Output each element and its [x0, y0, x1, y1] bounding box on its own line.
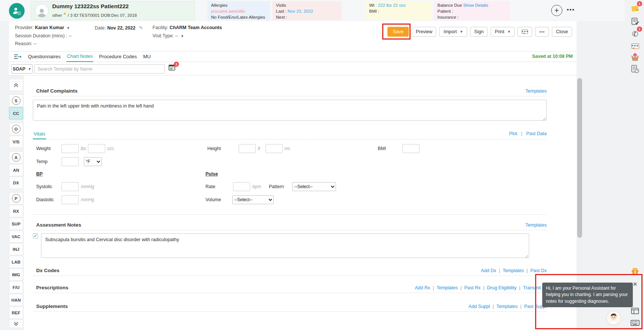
print-button[interactable]: Print ▼ [491, 27, 515, 37]
save-button[interactable]: Save [387, 27, 409, 37]
rail-item-vac[interactable]: VAC [9, 230, 23, 243]
weight-ozs-input[interactable] [88, 144, 105, 153]
provider-name[interactable]: Karan Kumar [35, 25, 65, 30]
rail-item-cc[interactable]: CC [9, 107, 23, 119]
drug-eligibility-link[interactable]: Drug Eligibility [487, 285, 516, 290]
allergies-panel[interactable]: Allergies procaine penicillin No Food/En… [207, 1, 270, 20]
comments-button[interactable]: ●●● [518, 27, 532, 37]
import-button[interactable]: Import ▼ [439, 27, 467, 37]
suppl-templates-link[interactable]: Templates [496, 304, 518, 309]
rail-item-rx[interactable]: RX [9, 205, 23, 217]
plot-link[interactable]: Plot [509, 131, 517, 136]
pulse-rate-input[interactable] [233, 182, 250, 191]
rail-collapse-top[interactable] [9, 79, 23, 91]
resize-handle[interactable] [525, 255, 528, 258]
template-suggestion-button[interactable]: 1 [169, 65, 176, 72]
rx-templates-link[interactable]: Templates [437, 285, 458, 290]
diastolic-input[interactable] [62, 195, 79, 204]
show-details-link[interactable]: Show Details [463, 3, 488, 7]
toc-menu-icon[interactable] [14, 54, 22, 60]
assessment-templates-link[interactable]: Templates [525, 222, 547, 228]
sticky-notes-button[interactable]: 1 [629, 3, 641, 14]
pattern-select[interactable]: --Select-- [292, 182, 336, 191]
rail-item-an[interactable]: AN [9, 164, 23, 176]
visits-panel[interactable]: Visits Last : Nov 22, 2022 Next : [272, 1, 342, 20]
rail-item-s[interactable]: S [9, 94, 23, 107]
rewards-button[interactable] [629, 266, 641, 277]
chevron-down-icon[interactable]: ▼ [67, 26, 70, 30]
rail-item-lab[interactable]: LAB [9, 256, 23, 268]
more-actions-button[interactable]: ••• [535, 27, 549, 37]
tab-procedure-codes[interactable]: Procedure Codes [99, 52, 137, 62]
header-more-icon[interactable]: ••• [567, 6, 575, 13]
calls-button[interactable]: ✆ 1 [629, 28, 641, 40]
keyboard-button[interactable] [629, 317, 641, 329]
rail-item-sup[interactable]: SUP [9, 218, 23, 230]
allergies-title: Allergies [211, 3, 266, 9]
scrollbar-thumb[interactable] [577, 78, 582, 238]
add-rx-link[interactable]: Add Rx [415, 285, 430, 290]
rail-item-img[interactable]: IMG [9, 268, 23, 281]
rail-item-p[interactable]: P [9, 192, 23, 205]
rail-item-fu[interactable]: F/U [9, 281, 23, 293]
visit-type-row[interactable]: Visit Type: -- ▼ [153, 33, 184, 38]
close-button[interactable]: Close [552, 27, 572, 37]
rail-item-vs[interactable]: V/S [9, 136, 23, 148]
chief-complaints-textarea[interactable]: Pain in the left upper limb with numbnes… [33, 100, 547, 121]
balance-panel[interactable]: Balance Due Show Details Patient : Insur… [434, 1, 510, 20]
resize-handle[interactable] [543, 118, 546, 121]
patient-avatar [35, 4, 48, 18]
transmit-link[interactable]: Transmit [523, 285, 541, 290]
search-template-input[interactable] [34, 64, 165, 74]
preview-button[interactable]: Preview [412, 27, 436, 37]
rail-item-dx[interactable]: DX [9, 177, 23, 189]
temp-unit-select[interactable]: °F [84, 157, 102, 166]
last-visit-date[interactable]: Nov 22, 2022 [288, 9, 313, 13]
assessment-title: Assessment Notes [36, 222, 81, 228]
add-dx-link[interactable]: Add Dx [481, 268, 496, 273]
past-data-link[interactable]: Past Data [526, 131, 547, 136]
height-ins-input[interactable] [266, 144, 283, 153]
tab-chart-notes[interactable]: Chart Notes [66, 52, 93, 62]
soap-dropdown[interactable]: SOAP ▼ [11, 64, 33, 74]
assessment-checkbox[interactable]: ✓ [33, 233, 38, 239]
tab-mu[interactable]: MU [143, 52, 151, 62]
height-ft-input[interactable] [239, 144, 256, 153]
tasks-button[interactable] [629, 16, 641, 27]
rail-collapse-bottom[interactable] [9, 319, 23, 328]
messages-button[interactable]: ●●● [629, 40, 641, 52]
chief-templates-link[interactable]: Templates [525, 88, 547, 94]
assessment-textarea[interactable]: Subscapula bursitis and Cervical disc di… [41, 233, 529, 258]
add-circle-button[interactable]: + [551, 5, 562, 16]
rail-item-han[interactable]: HAN [9, 294, 23, 306]
rail-item-inj[interactable]: INJ [9, 243, 23, 255]
rail-item-ref[interactable]: REF [9, 306, 23, 319]
add-suppl-link[interactable]: Add Suppl [468, 304, 490, 309]
records-history-button[interactable] [629, 63, 641, 75]
chevron-down-icon[interactable]: ▼ [181, 34, 184, 38]
rail-item-a[interactable]: A [9, 151, 23, 164]
care-kit-button[interactable] [629, 52, 641, 63]
volume-select[interactable]: --Select-- [232, 195, 274, 204]
chevron-down-icon: ▼ [460, 30, 463, 34]
chat-bubble-icon: ●●● [631, 43, 639, 49]
weight-lbs-input[interactable] [62, 144, 79, 153]
rail-item-o[interactable]: O [9, 123, 23, 135]
bmi-label: BMI : [369, 9, 428, 15]
bmi-input[interactable] [402, 144, 420, 153]
weight-bmi-panel[interactable]: Wt : 222 lbs 22 ozs BMI : [365, 1, 432, 20]
patient-summary-card[interactable]: Dummy 123222ss Patient222 other ★ / 3 ID… [31, 1, 195, 20]
charm-logo[interactable] [9, 3, 25, 19]
assistant-avatar[interactable] [606, 311, 621, 326]
systolic-input[interactable] [62, 182, 79, 191]
past-rx-link[interactable]: Past Rx [464, 285, 481, 290]
past-dx-link[interactable]: Past Dx [530, 268, 547, 273]
tab-questionnaires[interactable]: Questionnaires [28, 52, 61, 62]
vitals-title-link[interactable]: Vitals [33, 131, 46, 139]
soap-label: SOAP [13, 66, 25, 72]
edit-date-pencil-icon[interactable]: ✎ [139, 25, 143, 31]
sign-button[interactable]: Sign [470, 27, 488, 37]
dx-templates-link[interactable]: Templates [503, 268, 524, 273]
temp-input[interactable] [62, 157, 79, 166]
mmhg-unit: mmHg [81, 197, 94, 202]
